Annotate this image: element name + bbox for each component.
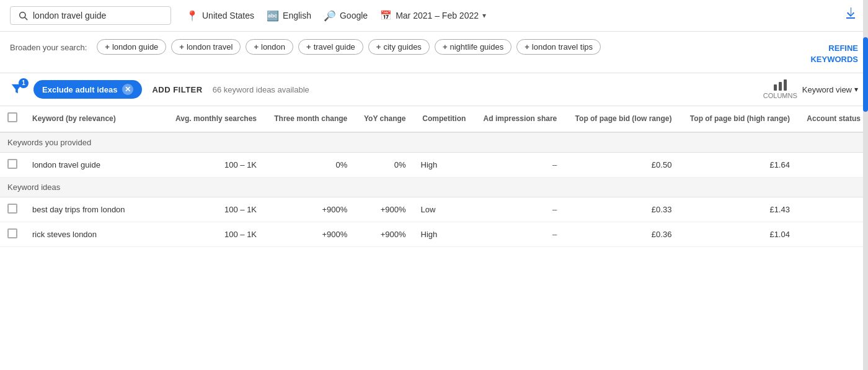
chip-plus-icon: + (376, 42, 381, 52)
filter-badge: 1 (19, 78, 29, 88)
col-bar-3 (784, 79, 787, 91)
row-checkbox[interactable] (7, 228, 17, 238)
row-keyword: rick steves london (25, 222, 166, 246)
keyword-table: Keyword (by relevance) Avg. monthly sear… (0, 106, 868, 247)
row-checkbox-cell[interactable] (0, 152, 25, 177)
chip-plus-icon: + (105, 42, 110, 52)
row-keyword: best day trips from london (25, 197, 166, 222)
chip-plus-icon: + (525, 42, 529, 52)
language-label: English (283, 11, 311, 20)
refine-keywords-button[interactable]: REFINE KEYWORDS (810, 39, 858, 65)
col-bar-2 (779, 82, 782, 91)
calendar-icon: 📅 (380, 10, 392, 21)
location-icon: 📍 (186, 10, 198, 22)
row-ad-impression: – (473, 197, 564, 222)
header-account-status[interactable]: Account status (797, 106, 868, 132)
table-row: rick steves london 100 – 1K +900% +900% … (0, 222, 868, 246)
add-filter-button[interactable]: ADD FILTER (152, 85, 202, 94)
chip-london-travel-tips[interactable]: + london travel tips (516, 39, 601, 55)
chip-label: london travel tips (532, 42, 593, 52)
chip-label: city guides (383, 42, 421, 52)
chip-london-travel[interactable]: + london travel (171, 39, 241, 55)
header-keyword[interactable]: Keyword (by relevance) (25, 106, 166, 132)
chip-london[interactable]: + london (246, 39, 293, 55)
broaden-chips: + london guide + london travel + london … (97, 39, 800, 55)
top-bar-filters: 📍 United States 🔤 English 🔎 Google 📅 Mar… (186, 10, 828, 22)
chip-london-guide[interactable]: + london guide (97, 39, 166, 55)
section-label-provided: Keywords you provided (0, 132, 868, 153)
row-checkbox-cell[interactable] (0, 222, 25, 246)
keyword-view-selector[interactable]: Keyword view ▾ (802, 85, 858, 94)
language-icon: 🔤 (267, 10, 279, 22)
date-range-label: Mar 2021 – Feb 2022 (396, 11, 479, 20)
platform-label: Google (340, 11, 368, 20)
date-filter[interactable]: 📅 Mar 2021 – Feb 2022 ▾ (380, 10, 486, 21)
row-checkbox[interactable] (7, 204, 17, 214)
table-header-row: Keyword (by relevance) Avg. monthly sear… (0, 106, 868, 132)
row-top-low: £0.50 (564, 152, 679, 177)
row-account-status (797, 152, 868, 177)
row-top-high: £1.04 (679, 222, 797, 246)
language-filter[interactable]: 🔤 English (267, 10, 311, 22)
chip-label: travel guide (314, 42, 355, 52)
location-filter[interactable]: 📍 United States (186, 10, 254, 22)
chip-plus-icon: + (443, 42, 448, 52)
platform-filter[interactable]: 🔎 Google (324, 10, 368, 22)
keyword-count-label: 66 keyword ideas available (213, 85, 309, 94)
row-ad-impression: – (473, 222, 564, 246)
row-avg-monthly: 100 – 1K (166, 152, 265, 177)
keyword-table-container: Keyword (by relevance) Avg. monthly sear… (0, 106, 868, 247)
header-top-low[interactable]: Top of page bid (low range) (564, 106, 679, 132)
search-box[interactable]: london travel guide (10, 6, 171, 25)
row-competition: High (414, 152, 474, 177)
row-checkbox-cell[interactable] (0, 197, 25, 222)
header-ad-impression[interactable]: Ad impression share (473, 106, 564, 132)
header-competition[interactable]: Competition (414, 106, 474, 132)
svg-line-1 (25, 17, 27, 20)
broaden-bar: Broaden your search: + london guide + lo… (0, 32, 868, 73)
chip-city-guides[interactable]: + city guides (368, 39, 430, 55)
search-icon (18, 11, 28, 20)
chip-nightlife-guides[interactable]: + nightlife guides (435, 39, 512, 55)
header-top-high[interactable]: Top of page bid (high range) (679, 106, 797, 132)
chip-label: london guide (112, 42, 158, 52)
row-yoy: +900% (355, 197, 413, 222)
table-row: london travel guide 100 – 1K 0% 0% High … (0, 152, 868, 177)
header-yoy[interactable]: YoY change (355, 106, 413, 132)
row-account-status (797, 222, 868, 246)
header-checkbox-cell[interactable] (0, 106, 25, 132)
top-bar: london travel guide 📍 United States 🔤 En… (0, 0, 868, 32)
download-button[interactable] (843, 6, 858, 25)
section-header-provided: Keywords you provided (0, 132, 868, 153)
select-all-checkbox[interactable] (7, 112, 17, 122)
row-avg-monthly: 100 – 1K (166, 222, 265, 246)
chip-plus-icon: + (254, 42, 259, 52)
view-chevron-down-icon: ▾ (854, 85, 858, 94)
row-checkbox[interactable] (7, 159, 17, 169)
scrollbar-track[interactable] (863, 0, 868, 247)
location-label: United States (202, 11, 254, 20)
header-avg-monthly[interactable]: Avg. monthly searches (166, 106, 265, 132)
chip-label: london (261, 42, 285, 52)
search-input[interactable]: london travel guide (33, 11, 163, 20)
row-avg-monthly: 100 – 1K (166, 197, 265, 222)
exclude-adult-ideas-button[interactable]: Exclude adult ideas ✕ (33, 80, 142, 99)
columns-control[interactable]: COLUMNS (763, 79, 797, 99)
filter-badge-wrap[interactable]: 1 (10, 82, 24, 97)
keyword-view-label: Keyword view (802, 85, 852, 94)
section-header-ideas: Keyword ideas (0, 177, 868, 197)
broaden-label: Broaden your search: (10, 39, 87, 52)
chip-plus-icon: + (179, 42, 184, 52)
platform-icon: 🔎 (324, 10, 336, 22)
row-top-low: £0.33 (564, 197, 679, 222)
section-label-ideas: Keyword ideas (0, 177, 868, 197)
scrollbar-thumb[interactable] (863, 37, 868, 112)
chip-travel-guide[interactable]: + travel guide (298, 39, 363, 55)
columns-icon (774, 79, 787, 91)
header-three-month[interactable]: Three month change (264, 106, 355, 132)
exclude-close-icon[interactable]: ✕ (122, 84, 133, 95)
chevron-down-icon: ▾ (482, 11, 486, 20)
chip-label: nightlife guides (450, 42, 503, 52)
table-row: best day trips from london 100 – 1K +900… (0, 197, 868, 222)
chip-label: london travel (187, 42, 232, 52)
